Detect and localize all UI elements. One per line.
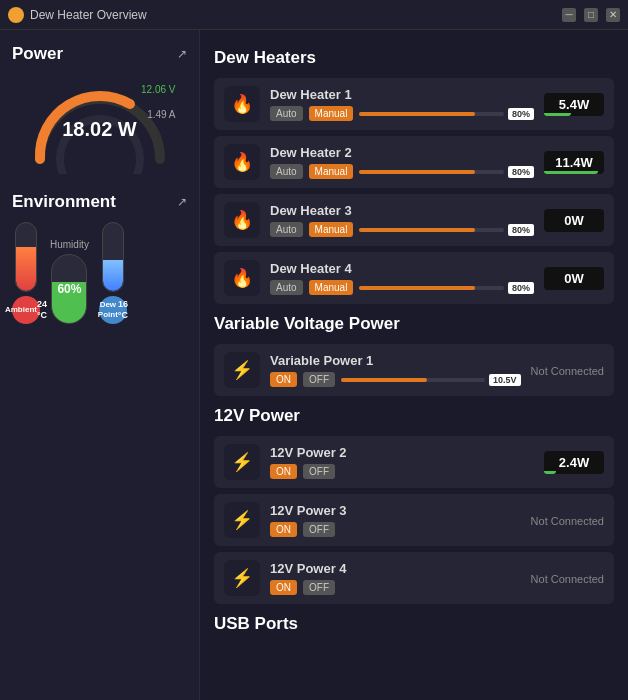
dew-heater-2-slider-badge: 80% — [508, 166, 534, 178]
dew-heater-3-slider-track[interactable] — [359, 228, 504, 232]
window-title: Dew Heater Overview — [30, 8, 562, 22]
current-value: 1.49 A — [141, 109, 175, 120]
ambient-label: Ambient — [5, 305, 37, 315]
flame-icon-4: 🔥 — [231, 267, 253, 289]
close-button[interactable]: ✕ — [606, 8, 620, 22]
dew-heater-1-slider-wrap: 80% — [359, 108, 534, 120]
flame-icon-3: 🔥 — [231, 209, 253, 231]
12v-power-3-controls: ON OFF — [270, 522, 521, 537]
app-icon — [8, 7, 24, 23]
12v-power-4-controls: ON OFF — [270, 580, 521, 595]
variable-power-1-card: ⚡ Variable Power 1 ON OFF 10.5V Not Conn… — [214, 344, 614, 396]
12v-power-4-off-button[interactable]: OFF — [303, 580, 335, 595]
variable-power-1-value-wrap: Not Connected — [531, 363, 604, 378]
main-layout: Power ↗ 18.02 W 12.06 V 1.49 A — [0, 30, 628, 700]
dew-heater-1-value-wrap: 5.4W — [544, 93, 604, 116]
variable-power-1-name: Variable Power 1 — [270, 353, 521, 368]
12v-power-2-on-button[interactable]: ON — [270, 464, 297, 479]
dew-heater-3-auto-button[interactable]: Auto — [270, 222, 303, 237]
variable-power-1-slider-track[interactable] — [341, 378, 485, 382]
12v-power-3-info: 12V Power 3 ON OFF — [270, 503, 521, 537]
dew-heater-3-controls: Auto Manual 80% — [270, 222, 534, 237]
dew-heater-3-name: Dew Heater 3 — [270, 203, 534, 218]
ambient-thermometer — [15, 222, 37, 292]
12v-power-2-value-wrap: 2.4W — [544, 451, 604, 474]
dew-heater-4-slider-fill — [359, 286, 475, 290]
variable-power-1-on-button[interactable]: ON — [270, 372, 297, 387]
dew-heater-3-manual-button[interactable]: Manual — [309, 222, 354, 237]
humidity-block: Humidity 60% — [50, 239, 89, 324]
dew-heater-2-slider-track[interactable] — [359, 170, 504, 174]
minimize-button[interactable]: ─ — [562, 8, 576, 22]
env-header: Environment ↗ — [12, 192, 187, 212]
12v-power-4-info: 12V Power 4 ON OFF — [270, 561, 521, 595]
dew-heater-4-controls: Auto Manual 80% — [270, 280, 534, 295]
env-external-link-icon[interactable]: ↗ — [177, 195, 187, 209]
dew-heater-1-slider-badge: 80% — [508, 108, 534, 120]
dew-heater-2-value-box: 11.4W — [544, 151, 604, 174]
power-external-link-icon[interactable]: ↗ — [177, 47, 187, 61]
dew-heater-2-info: Dew Heater 2 Auto Manual 80% — [270, 145, 534, 179]
dew-heater-1-slider-track[interactable] — [359, 112, 504, 116]
power-section: Power ↗ 18.02 W 12.06 V 1.49 A — [12, 44, 187, 174]
dew-heater-2-manual-button[interactable]: Manual — [309, 164, 354, 179]
variable-power-1-status: Not Connected — [531, 365, 604, 377]
dew-heater-1-auto-button[interactable]: Auto — [270, 106, 303, 121]
dew-heater-3-slider-wrap: 80% — [359, 224, 534, 236]
variable-power-1-info: Variable Power 1 ON OFF 10.5V — [270, 353, 521, 387]
humidity-label: Humidity — [50, 239, 89, 250]
power-header: Power ↗ — [12, 44, 187, 64]
12v-power-3-off-button[interactable]: OFF — [303, 522, 335, 537]
env-title: Environment — [12, 192, 116, 212]
dew-heater-1-slider-fill — [359, 112, 475, 116]
dew-heater-4-slider-badge: 80% — [508, 282, 534, 294]
12v-power-2-value-box: 2.4W — [544, 451, 604, 474]
power-value: 18.02 W — [62, 118, 136, 141]
dew-heater-3-info: Dew Heater 3 Auto Manual 80% — [270, 203, 534, 237]
flame-icon-1: 🔥 — [231, 93, 253, 115]
ambient-bulb: Ambient 24 °C — [12, 296, 40, 324]
dew-heater-4-auto-button[interactable]: Auto — [270, 280, 303, 295]
12v-power-3-status: Not Connected — [531, 515, 604, 527]
dew-heater-1-value-bar — [544, 113, 571, 116]
12v-power-3-value-wrap: Not Connected — [531, 513, 604, 528]
humidity-value: 60% — [57, 282, 81, 296]
12v-power-2-name: 12V Power 2 — [270, 445, 534, 460]
dew-heater-4-name: Dew Heater 4 — [270, 261, 534, 276]
dew-heater-2-value-wrap: 11.4W — [544, 151, 604, 174]
12v-power-3-card: ⚡ 12V Power 3 ON OFF Not Connected — [214, 494, 614, 546]
variable-voltage-title: Variable Voltage Power — [214, 314, 614, 334]
variable-power-1-icon: ⚡ — [224, 352, 260, 388]
dew-heater-2-auto-button[interactable]: Auto — [270, 164, 303, 179]
12v-power-4-icon: ⚡ — [224, 560, 260, 596]
dew-heater-4-icon: 🔥 — [224, 260, 260, 296]
dew-heater-4-slider-track[interactable] — [359, 286, 504, 290]
12v-power-2-icon: ⚡ — [224, 444, 260, 480]
12v-power-2-off-button[interactable]: OFF — [303, 464, 335, 479]
12v-power-2-controls: ON OFF — [270, 464, 534, 479]
dew-heater-2-name: Dew Heater 2 — [270, 145, 534, 160]
left-panel: Power ↗ 18.02 W 12.06 V 1.49 A — [0, 30, 200, 700]
variable-power-1-off-button[interactable]: OFF — [303, 372, 335, 387]
dew-heater-3-slider-badge: 80% — [508, 224, 534, 236]
12v-power-4-on-button[interactable]: ON — [270, 580, 297, 595]
ambient-value: 24 °C — [37, 299, 47, 321]
environment-section: Environment ↗ Ambient 24 °C Humidity — [12, 192, 187, 324]
12v-power-title: 12V Power — [214, 406, 614, 426]
voltage-value: 12.06 V — [141, 84, 175, 95]
bolt-icon-12v4: ⚡ — [231, 567, 253, 589]
dew-heater-3-icon: 🔥 — [224, 202, 260, 238]
dew-heater-2-slider-fill — [359, 170, 475, 174]
power-title: Power — [12, 44, 63, 64]
dew-heater-1-manual-button[interactable]: Manual — [309, 106, 354, 121]
dew-heater-1-card: 🔥 Dew Heater 1 Auto Manual 80% — [214, 78, 614, 130]
right-panel[interactable]: Dew Heaters 🔥 Dew Heater 1 Auto Manual 8… — [200, 30, 628, 700]
window-controls: ─ □ ✕ — [562, 8, 620, 22]
dew-heater-3-card: 🔥 Dew Heater 3 Auto Manual 80% — [214, 194, 614, 246]
bolt-icon-12v3: ⚡ — [231, 509, 253, 531]
maximize-button[interactable]: □ — [584, 8, 598, 22]
flame-icon-2: 🔥 — [231, 151, 253, 173]
12v-power-3-on-button[interactable]: ON — [270, 522, 297, 537]
dew-heater-1-icon: 🔥 — [224, 86, 260, 122]
dew-heater-4-manual-button[interactable]: Manual — [309, 280, 354, 295]
